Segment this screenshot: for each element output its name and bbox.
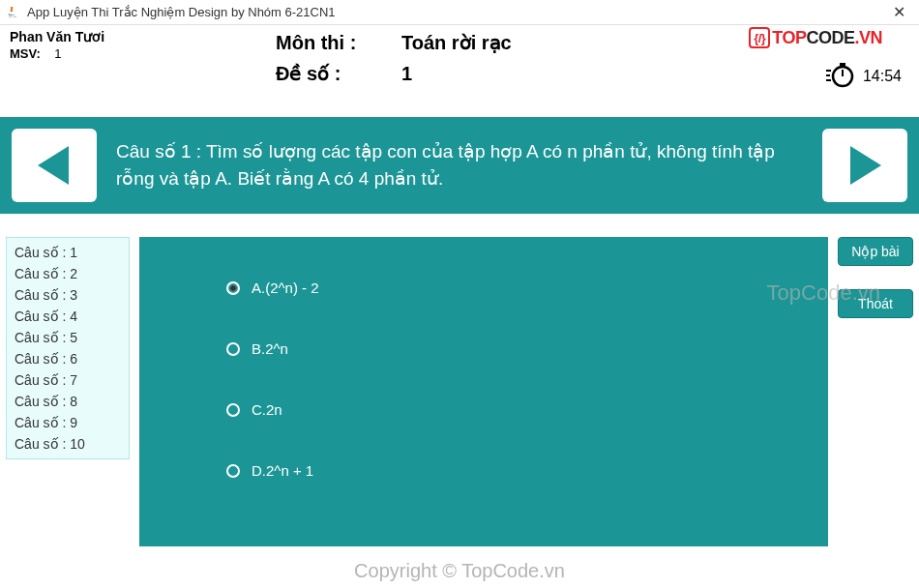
next-question-button[interactable] [822,129,907,202]
exam-meta: Môn thi : Toán rời rạc Đề số : 1 [276,31,512,93]
qlist-item[interactable]: Câu số : 10 [15,433,121,455]
submit-button[interactable]: Nộp bài [838,237,913,266]
user-block: Phan Văn Tươi MSV: 1 [10,29,104,61]
qlist-item[interactable]: Câu số : 2 [15,263,121,284]
exam-code-label: Đề số : [276,62,401,85]
timer: 14:54 [826,60,902,93]
titlebar: App Luyện Thi Trắc Nghiệm Design by Nhóm… [0,0,919,25]
close-button[interactable]: ✕ [885,3,913,21]
logo-part1: TOP [772,28,806,48]
stopwatch-icon [826,60,855,93]
radio-b[interactable] [226,342,240,356]
exam-code-value: 1 [401,63,412,85]
qlist-item[interactable]: Câu số : 4 [15,306,121,327]
logo-brace-icon: {/} [749,27,770,48]
logo-part3: .VN [854,28,882,48]
action-column: Nộp bài Thoát [838,237,913,318]
answer-option-a[interactable]: A.(2^n) - 2 [226,279,828,296]
window-title: App Luyện Thi Trắc Nghiệm Design by Nhóm… [27,5,336,19]
header: Phan Văn Tươi MSV: 1 Môn thi : Toán rời … [0,25,919,61]
subject-value: Toán rời rạc [401,31,512,54]
msv-label: MSV: [10,46,41,61]
answer-b-label: B.2^n [252,340,288,357]
answer-option-c[interactable]: C.2n [226,401,828,418]
prev-icon [30,141,78,190]
answer-option-b[interactable]: B.2^n [226,340,828,357]
qlist-item[interactable]: Câu số : 5 [15,327,121,348]
svg-marker-7 [850,146,881,185]
topcode-logo: {/} TOPCODE.VN [749,27,882,48]
question-text: Câu số 1 : Tìm số lượng các tập con của … [110,138,809,191]
radio-a[interactable] [226,281,240,295]
exit-button[interactable]: Thoát [838,289,913,318]
next-icon [841,141,889,190]
msv-value: 1 [54,46,61,61]
question-bar: Câu số 1 : Tìm số lượng các tập con của … [0,117,919,214]
answer-c-label: C.2n [252,401,282,418]
qlist-item[interactable]: Câu số : 7 [15,369,121,391]
msv-row: MSV: 1 [10,46,104,61]
qlist-item[interactable]: Câu số : 3 [15,284,121,306]
answer-option-d[interactable]: D.2^n + 1 [226,462,828,479]
svg-rect-1 [840,63,845,66]
answer-panel: A.(2^n) - 2 B.2^n C.2n D.2^n + 1 [139,237,828,546]
prev-question-button[interactable] [12,129,97,202]
qlist-item[interactable]: Câu số : 9 [15,412,121,433]
radio-d[interactable] [226,464,240,478]
qlist-item[interactable]: Câu số : 1 [15,242,121,263]
qlist-item[interactable]: Câu số : 6 [15,348,121,369]
user-name: Phan Văn Tươi [10,29,104,44]
answer-d-label: D.2^n + 1 [252,462,313,479]
svg-marker-6 [38,146,69,185]
timer-value: 14:54 [863,68,902,85]
subject-label: Môn thi : [276,32,401,54]
logo-part2: CODE [806,28,854,48]
radio-c[interactable] [226,403,240,417]
content-row: Câu số : 1 Câu số : 2 Câu số : 3 Câu số … [0,237,919,546]
watermark-copyright: Copyright © TopCode.vn [354,560,565,582]
qlist-item[interactable]: Câu số : 8 [15,391,121,412]
java-icon [6,5,21,20]
question-list: Câu số : 1 Câu số : 2 Câu số : 3 Câu số … [6,237,130,459]
answer-a-label: A.(2^n) - 2 [252,279,319,296]
